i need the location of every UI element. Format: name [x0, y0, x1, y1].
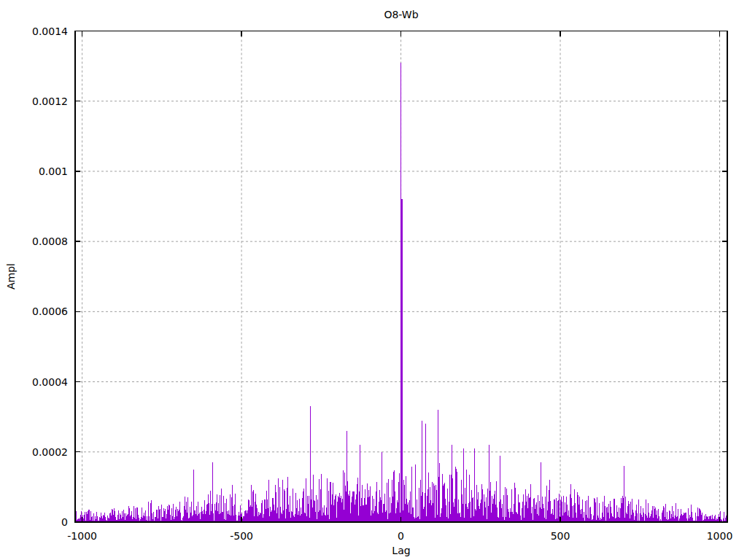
y-tick-labels: 00.00020.00040.00060.00080.0010.00120.00…	[32, 26, 68, 529]
data-series-impulses	[75, 63, 727, 522]
x-tick-labels: -1000-50005001000	[67, 530, 732, 542]
y-tick-label: 0	[61, 516, 68, 528]
y-tick-label: 0.0006	[32, 306, 68, 317]
x-tick-label: 0	[398, 530, 404, 542]
y-tick-label: 0.0008	[32, 236, 68, 247]
x-tick-label: 1000	[707, 530, 733, 542]
x-tick-label: -1000	[67, 530, 97, 542]
y-tick-label: 0.0014	[32, 26, 68, 37]
chart-canvas: -1000-50005001000 00.00020.00040.00060.0…	[0, 0, 747, 560]
chart-title: O8-Wb	[384, 9, 418, 20]
y-tick-label: 0.0004	[32, 376, 68, 388]
y-axis-label: Ampl	[5, 263, 17, 289]
y-tick-label: 0.0012	[32, 96, 68, 107]
x-tick-label: 500	[551, 530, 570, 542]
y-tick-label: 0.0002	[32, 446, 68, 458]
chart-svg: -1000-50005001000 00.00020.00040.00060.0…	[0, 0, 747, 560]
x-tick-label: -500	[230, 530, 253, 542]
y-tick-label: 0.001	[39, 166, 68, 177]
x-axis-label: Lag	[392, 545, 410, 556]
